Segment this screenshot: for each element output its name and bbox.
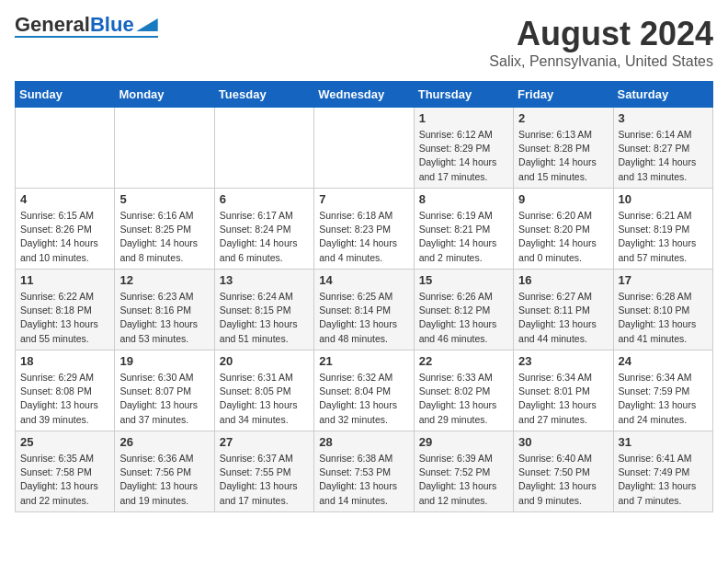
day-info: Sunrise: 6:13 AMSunset: 8:28 PMDaylight:… — [518, 128, 608, 184]
calendar-week-row: 1Sunrise: 6:12 AMSunset: 8:29 PMDaylight… — [16, 108, 713, 189]
day-number: 10 — [619, 192, 708, 206]
calendar-cell: 5Sunrise: 6:16 AMSunset: 8:25 PMDaylight… — [115, 189, 214, 270]
day-number: 21 — [319, 354, 408, 368]
day-info: Sunrise: 6:16 AMSunset: 8:25 PMDaylight:… — [119, 209, 209, 265]
day-info: Sunrise: 6:32 AMSunset: 8:04 PMDaylight:… — [319, 371, 408, 427]
title-block: August 2024 Salix, Pennsylvania, United … — [489, 15, 713, 70]
day-info: Sunrise: 6:20 AMSunset: 8:20 PMDaylight:… — [518, 209, 608, 265]
calendar-cell: 22Sunrise: 6:33 AMSunset: 8:02 PMDayligh… — [414, 350, 513, 431]
day-number: 22 — [419, 354, 508, 368]
calendar-cell: 19Sunrise: 6:30 AMSunset: 8:07 PMDayligh… — [115, 350, 214, 431]
day-info: Sunrise: 6:23 AMSunset: 8:16 PMDaylight:… — [119, 290, 209, 346]
calendar-cell: 29Sunrise: 6:39 AMSunset: 7:52 PMDayligh… — [414, 431, 513, 512]
calendar-cell: 14Sunrise: 6:25 AMSunset: 8:14 PMDayligh… — [314, 270, 414, 350]
day-info: Sunrise: 6:27 AMSunset: 8:11 PMDaylight:… — [518, 290, 608, 346]
calendar-cell: 8Sunrise: 6:19 AMSunset: 8:21 PMDaylight… — [414, 189, 513, 270]
calendar-cell: 25Sunrise: 6:35 AMSunset: 7:58 PMDayligh… — [16, 431, 115, 512]
header: GeneralBlue August 2024 Salix, Pennsylva… — [15, 15, 713, 70]
svg-marker-0 — [136, 18, 157, 31]
day-info: Sunrise: 6:37 AMSunset: 7:55 PMDaylight:… — [220, 452, 309, 508]
day-of-week-header: Thursday — [414, 82, 513, 108]
day-number: 26 — [119, 435, 209, 449]
day-number: 17 — [619, 273, 708, 287]
day-info: Sunrise: 6:41 AMSunset: 7:49 PMDaylight:… — [619, 452, 708, 508]
calendar-week-row: 4Sunrise: 6:15 AMSunset: 8:26 PMDaylight… — [16, 189, 713, 270]
day-info: Sunrise: 6:39 AMSunset: 7:52 PMDaylight:… — [419, 452, 508, 508]
day-number: 9 — [518, 192, 608, 206]
day-number: 3 — [619, 111, 708, 125]
day-info: Sunrise: 6:33 AMSunset: 8:02 PMDaylight:… — [419, 371, 508, 427]
day-info: Sunrise: 6:38 AMSunset: 7:53 PMDaylight:… — [319, 452, 408, 508]
day-number: 31 — [619, 435, 708, 449]
calendar-cell: 12Sunrise: 6:23 AMSunset: 8:16 PMDayligh… — [115, 270, 214, 350]
day-info: Sunrise: 6:25 AMSunset: 8:14 PMDaylight:… — [319, 290, 408, 346]
day-info: Sunrise: 6:19 AMSunset: 8:21 PMDaylight:… — [419, 209, 508, 265]
day-number: 11 — [20, 273, 109, 287]
day-number: 12 — [119, 273, 209, 287]
day-of-week-header: Saturday — [613, 82, 712, 108]
calendar-cell — [115, 108, 214, 189]
day-info: Sunrise: 6:22 AMSunset: 8:18 PMDaylight:… — [20, 290, 109, 346]
day-number: 24 — [619, 354, 708, 368]
day-number: 13 — [220, 273, 309, 287]
day-info: Sunrise: 6:15 AMSunset: 8:26 PMDaylight:… — [20, 209, 109, 265]
calendar-cell: 9Sunrise: 6:20 AMSunset: 8:20 PMDaylight… — [514, 189, 613, 270]
day-info: Sunrise: 6:29 AMSunset: 8:08 PMDaylight:… — [20, 371, 109, 427]
day-number: 30 — [518, 435, 608, 449]
calendar-header-row: SundayMondayTuesdayWednesdayThursdayFrid… — [16, 82, 713, 108]
calendar-cell: 11Sunrise: 6:22 AMSunset: 8:18 PMDayligh… — [16, 270, 115, 350]
calendar-cell: 7Sunrise: 6:18 AMSunset: 8:23 PMDaylight… — [314, 189, 414, 270]
calendar-cell: 4Sunrise: 6:15 AMSunset: 8:26 PMDaylight… — [16, 189, 115, 270]
day-info: Sunrise: 6:28 AMSunset: 8:10 PMDaylight:… — [619, 290, 708, 346]
day-number: 6 — [220, 192, 309, 206]
day-number: 16 — [518, 273, 608, 287]
day-number: 5 — [119, 192, 209, 206]
calendar-cell: 26Sunrise: 6:36 AMSunset: 7:56 PMDayligh… — [115, 431, 214, 512]
day-number: 29 — [419, 435, 508, 449]
calendar-cell: 24Sunrise: 6:34 AMSunset: 7:59 PMDayligh… — [613, 350, 712, 431]
calendar-week-row: 11Sunrise: 6:22 AMSunset: 8:18 PMDayligh… — [16, 270, 713, 350]
day-number: 19 — [119, 354, 209, 368]
day-number: 18 — [20, 354, 109, 368]
day-info: Sunrise: 6:31 AMSunset: 8:05 PMDaylight:… — [220, 371, 309, 427]
day-number: 2 — [518, 111, 608, 125]
day-number: 4 — [20, 192, 109, 206]
day-info: Sunrise: 6:30 AMSunset: 8:07 PMDaylight:… — [119, 371, 209, 427]
calendar-cell: 15Sunrise: 6:26 AMSunset: 8:12 PMDayligh… — [414, 270, 513, 350]
main-title: August 2024 — [489, 15, 713, 53]
calendar-week-row: 25Sunrise: 6:35 AMSunset: 7:58 PMDayligh… — [16, 431, 713, 512]
calendar-cell: 20Sunrise: 6:31 AMSunset: 8:05 PMDayligh… — [214, 350, 313, 431]
calendar-cell: 10Sunrise: 6:21 AMSunset: 8:19 PMDayligh… — [613, 189, 712, 270]
day-info: Sunrise: 6:24 AMSunset: 8:15 PMDaylight:… — [220, 290, 309, 346]
day-info: Sunrise: 6:14 AMSunset: 8:27 PMDaylight:… — [619, 128, 708, 184]
calendar-cell: 27Sunrise: 6:37 AMSunset: 7:55 PMDayligh… — [214, 431, 313, 512]
day-info: Sunrise: 6:21 AMSunset: 8:19 PMDaylight:… — [619, 209, 708, 265]
calendar-cell: 2Sunrise: 6:13 AMSunset: 8:28 PMDaylight… — [514, 108, 613, 189]
day-info: Sunrise: 6:12 AMSunset: 8:29 PMDaylight:… — [419, 128, 508, 184]
day-number: 1 — [419, 111, 508, 125]
day-number: 25 — [20, 435, 109, 449]
calendar-cell: 3Sunrise: 6:14 AMSunset: 8:27 PMDaylight… — [613, 108, 712, 189]
day-info: Sunrise: 6:35 AMSunset: 7:58 PMDaylight:… — [20, 452, 109, 508]
calendar-cell: 17Sunrise: 6:28 AMSunset: 8:10 PMDayligh… — [613, 270, 712, 350]
day-info: Sunrise: 6:17 AMSunset: 8:24 PMDaylight:… — [220, 209, 309, 265]
day-info: Sunrise: 6:34 AMSunset: 7:59 PMDaylight:… — [619, 371, 708, 427]
day-of-week-header: Wednesday — [314, 82, 414, 108]
calendar-cell: 31Sunrise: 6:41 AMSunset: 7:49 PMDayligh… — [613, 431, 712, 512]
day-info: Sunrise: 6:34 AMSunset: 8:01 PMDaylight:… — [518, 371, 608, 427]
day-of-week-header: Friday — [514, 82, 613, 108]
calendar-cell: 6Sunrise: 6:17 AMSunset: 8:24 PMDaylight… — [214, 189, 313, 270]
day-of-week-header: Tuesday — [214, 82, 313, 108]
calendar-cell: 28Sunrise: 6:38 AMSunset: 7:53 PMDayligh… — [314, 431, 414, 512]
calendar-cell — [314, 108, 414, 189]
subtitle: Salix, Pennsylvania, United States — [489, 53, 713, 70]
day-number: 23 — [518, 354, 608, 368]
logo-text: GeneralBlue — [15, 15, 134, 35]
day-of-week-header: Monday — [115, 82, 214, 108]
day-number: 20 — [220, 354, 309, 368]
calendar-cell: 18Sunrise: 6:29 AMSunset: 8:08 PMDayligh… — [16, 350, 115, 431]
calendar-cell: 13Sunrise: 6:24 AMSunset: 8:15 PMDayligh… — [214, 270, 313, 350]
day-info: Sunrise: 6:26 AMSunset: 8:12 PMDaylight:… — [419, 290, 508, 346]
calendar-cell: 1Sunrise: 6:12 AMSunset: 8:29 PMDaylight… — [414, 108, 513, 189]
day-of-week-header: Sunday — [16, 82, 115, 108]
